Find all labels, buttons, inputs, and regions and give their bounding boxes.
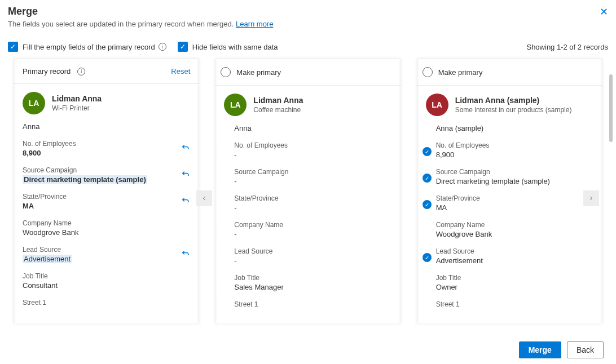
selected-check-icon[interactable]: ✓	[423, 200, 432, 209]
first-name-value: Anna	[215, 121, 401, 138]
record-card-3: Make primary LA Lidman Anna (sample) Som…	[417, 59, 602, 323]
field-street1[interactable]: Street 1	[436, 297, 599, 315]
selected-check-icon[interactable]: ✓	[423, 147, 432, 156]
back-button[interactable]: Back	[567, 341, 604, 358]
make-primary-radio[interactable]: Make primary	[221, 67, 281, 77]
record-topic: Coffee machine	[253, 106, 303, 114]
field-job-title[interactable]: Job Title Owner	[436, 270, 599, 297]
field-company[interactable]: Company Name Woodgrove Bank	[436, 217, 599, 244]
info-icon[interactable]: i	[77, 68, 85, 76]
first-name-value: Anna	[14, 119, 199, 136]
avatar: LA	[224, 94, 247, 116]
scrollbar-thumb[interactable]	[609, 74, 613, 142]
prev-arrow-icon[interactable]	[196, 190, 212, 206]
learn-more-link[interactable]: Learn more	[236, 20, 273, 28]
fill-empty-label: Fill the empty fields of the primary rec…	[23, 43, 155, 51]
field-street1[interactable]: Street 1	[23, 295, 196, 313]
field-lead-source[interactable]: Lead Source Advertisement	[23, 242, 196, 269]
make-primary-radio[interactable]: Make primary	[423, 67, 483, 77]
field-lead-source[interactable]: ✓ Lead Source Advertisement	[436, 244, 599, 270]
record-topic: Some interest in our products (sample)	[455, 106, 572, 114]
next-arrow-icon[interactable]	[583, 190, 599, 206]
field-company[interactable]: Company Name Woodgrove Bank	[23, 216, 196, 242]
record-name: Lidman Anna	[52, 94, 102, 103]
field-source-campaign[interactable]: Source Campaign -	[234, 165, 397, 191]
record-name: Lidman Anna	[253, 96, 303, 105]
field-no-employees[interactable]: No. of Employees 8,900	[23, 136, 196, 163]
hide-same-label: Hide fields with same data	[192, 43, 278, 51]
record-topic: Wi-Fi Printer	[52, 104, 102, 112]
first-name-value: Anna (sample)	[417, 121, 602, 138]
primary-record-label: Primary record i	[23, 67, 85, 76]
fill-empty-option[interactable]: Fill the empty fields of the primary rec…	[8, 42, 166, 52]
selected-check-icon[interactable]: ✓	[423, 253, 432, 262]
record-name: Lidman Anna (sample)	[455, 96, 572, 105]
undo-icon[interactable]	[179, 247, 192, 260]
field-state[interactable]: State/Province MA	[23, 189, 196, 216]
page-subtitle: The fields you select are updated in the…	[8, 20, 608, 28]
checkbox-checked-icon[interactable]	[8, 42, 18, 52]
avatar: LA	[426, 94, 448, 116]
info-icon[interactable]: i	[159, 43, 166, 51]
field-company[interactable]: Company Name -	[234, 217, 397, 244]
close-icon[interactable]: ✕	[600, 6, 608, 18]
field-source-campaign[interactable]: ✓ Source Campaign Direct marketing templ…	[436, 165, 599, 191]
subtitle-text: The fields you select are updated in the…	[8, 20, 236, 28]
field-no-employees[interactable]: ✓ No. of Employees 8,900	[436, 138, 599, 165]
merge-button[interactable]: Merge	[519, 341, 561, 358]
field-source-campaign[interactable]: Source Campaign Direct marketing templat…	[23, 163, 196, 189]
radio-unchecked-icon[interactable]	[221, 67, 231, 77]
undo-icon[interactable]	[179, 167, 192, 181]
checkbox-checked-icon[interactable]	[178, 42, 188, 52]
field-no-employees[interactable]: No. of Employees -	[234, 138, 397, 165]
field-job-title[interactable]: Job Title Sales Manager	[234, 270, 397, 297]
reset-link[interactable]: Reset	[171, 67, 190, 76]
hide-same-option[interactable]: Hide fields with same data	[178, 42, 278, 52]
field-state[interactable]: State/Province -	[234, 191, 397, 217]
record-card-2: Make primary LA Lidman Anna Coffee machi…	[215, 59, 401, 323]
undo-icon[interactable]	[179, 141, 192, 154]
primary-record-card: Primary record i Reset LA Lidman Anna Wi…	[14, 59, 199, 323]
avatar: LA	[23, 92, 45, 114]
field-lead-source[interactable]: Lead Source -	[234, 244, 397, 270]
undo-icon[interactable]	[179, 194, 192, 207]
field-street1[interactable]: Street 1	[234, 297, 397, 315]
record-count: Showing 1-2 of 2 records	[526, 43, 608, 51]
selected-check-icon[interactable]: ✓	[423, 174, 432, 183]
field-state[interactable]: ✓ State/Province MA	[436, 191, 599, 217]
field-job-title[interactable]: Job Title Consultant	[23, 269, 196, 295]
page-title: Merge	[8, 6, 608, 17]
radio-unchecked-icon[interactable]	[423, 67, 433, 77]
